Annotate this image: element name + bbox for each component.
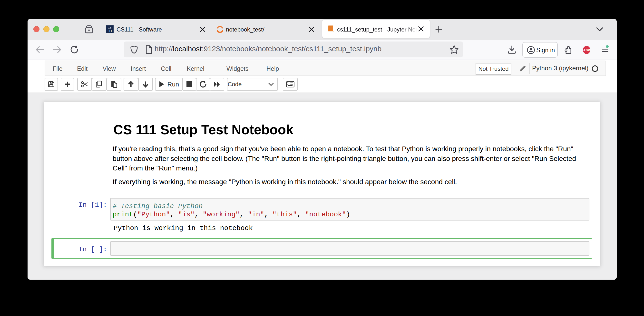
svg-text:111: 111 bbox=[107, 29, 112, 33]
svg-text:CS: CS bbox=[108, 26, 112, 29]
svg-text:ABP: ABP bbox=[583, 48, 590, 52]
